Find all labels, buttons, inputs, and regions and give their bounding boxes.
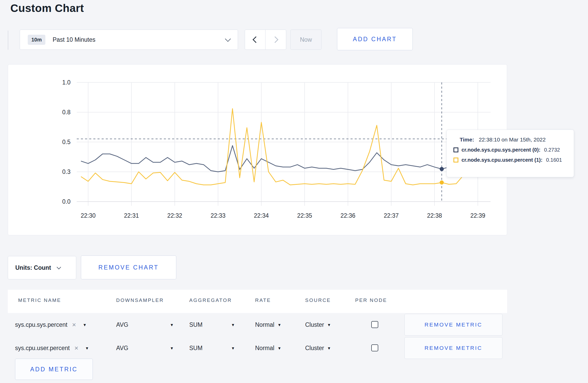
- now-button[interactable]: Now: [290, 30, 321, 50]
- dropdown-caret-icon[interactable]: ▼: [327, 323, 331, 327]
- dropdown-caret-icon[interactable]: ▼: [231, 346, 235, 350]
- rate-dropdown[interactable]: Normal▼: [255, 336, 281, 360]
- metric-table-row: sys.cpu.user.percent×▼AVG▼SUM▼Normal▼Clu…: [8, 336, 507, 360]
- time-range-label: Past 10 Minutes: [53, 36, 95, 43]
- hover-dot-sys: [440, 167, 444, 171]
- dropdown-caret-icon[interactable]: ▼: [170, 323, 174, 327]
- y-axis-tick-label: 1.0: [62, 79, 71, 86]
- per-node-checkbox[interactable]: [371, 321, 378, 328]
- aggregator-value: SUM: [189, 321, 202, 328]
- dropdown-caret-icon[interactable]: ▼: [277, 323, 281, 327]
- metric-table-row: sys.cpu.sys.percent×▼AVG▼SUM▼Normal▼Clus…: [8, 313, 507, 336]
- column-header-per-node: PER NODE: [355, 297, 387, 303]
- x-axis-tick-label: 22:35: [297, 212, 312, 219]
- dropdown-caret-icon[interactable]: ▼: [83, 323, 87, 327]
- tooltip-time-row: Time: 22:38:10 on Mar 15th, 2022: [453, 137, 566, 143]
- column-header-metric-name: METRIC NAME: [18, 297, 61, 303]
- next-range-button[interactable]: [265, 30, 286, 49]
- y-axis-tick-label: 0.5: [62, 139, 71, 145]
- clear-metric-icon[interactable]: ×: [72, 321, 76, 328]
- units-dropdown-label: Units: Count: [15, 264, 51, 271]
- y-axis-tick-label: 0.0: [62, 198, 71, 205]
- metric-name-value: sys.cpu.user.percent: [15, 345, 70, 352]
- time-range-nav: [245, 30, 286, 50]
- source-dropdown[interactable]: Cluster▼: [305, 313, 331, 336]
- column-header-aggregator: AGGREGATOR: [189, 297, 232, 303]
- x-axis-tick-label: 22:33: [211, 212, 226, 219]
- x-axis-tick-label: 22:34: [254, 212, 269, 219]
- aggregator-dropdown[interactable]: SUM▼: [189, 313, 235, 336]
- add-metric-label: ADD METRIC: [30, 366, 78, 373]
- timeseries-chart[interactable]: 0.00.30.50.81.022:3022:3122:3222:3322:34…: [8, 64, 507, 235]
- tooltip-series-row: cr.node.sys.cpu.user.percent (1):0.1601: [453, 157, 566, 163]
- remove-metric-button[interactable]: REMOVE METRIC: [404, 337, 502, 359]
- source-value: Cluster: [305, 321, 324, 328]
- time-range-badge: 10m: [28, 35, 45, 45]
- column-header-rate: RATE: [255, 297, 271, 303]
- metric-name-dropdown[interactable]: sys.cpu.user.percent×▼: [15, 336, 89, 360]
- hover-dot-user: [440, 180, 444, 185]
- dropdown-caret-icon[interactable]: ▼: [327, 346, 331, 350]
- chevron-left-icon: [253, 36, 259, 43]
- downsampler-dropdown[interactable]: AVG▼: [116, 313, 174, 336]
- chart-tooltip: Time: 22:38:10 on Mar 15th, 2022 cr.node…: [446, 130, 574, 177]
- remove-chart-label: REMOVE CHART: [99, 264, 159, 271]
- x-axis-tick-label: 22:37: [384, 212, 399, 219]
- tooltip-series-label: cr.node.sys.cpu.user.percent (1):: [461, 157, 542, 163]
- x-axis-tick-label: 22:36: [340, 212, 355, 219]
- metric-name-value: sys.cpu.sys.percent: [15, 321, 67, 328]
- source-dropdown[interactable]: Cluster▼: [305, 336, 331, 360]
- metric-name-dropdown[interactable]: sys.cpu.sys.percent×▼: [15, 313, 87, 336]
- rate-value: Normal: [255, 321, 274, 328]
- chevron-right-icon: [272, 36, 278, 43]
- tooltip-series-label: cr.node.sys.cpu.sys.percent (0):: [461, 147, 541, 153]
- x-axis-tick-label: 22:38: [427, 212, 442, 219]
- page-title: Custom Chart: [10, 2, 84, 15]
- tooltip-time-label: Time:: [460, 137, 474, 143]
- add-metric-button[interactable]: ADD METRIC: [15, 359, 93, 380]
- rate-value: Normal: [255, 345, 274, 352]
- x-axis-tick-label: 22:30: [81, 212, 96, 219]
- chevron-down-icon: [57, 265, 61, 269]
- downsampler-value: AVG: [116, 345, 128, 352]
- tooltip-series-value: 0.2732: [544, 147, 560, 153]
- x-axis-tick-label: 22:39: [470, 212, 485, 219]
- now-button-label: Now: [300, 36, 312, 43]
- tooltip-time-value: 22:38:10 on Mar 15th, 2022: [479, 137, 546, 143]
- add-chart-button[interactable]: ADD CHART: [337, 28, 413, 50]
- column-header-downsampler: DOWNSAMPLER: [116, 297, 164, 303]
- aggregator-dropdown[interactable]: SUM▼: [189, 336, 235, 360]
- metrics-table-header: METRIC NAMEDOWNSAMPLERAGGREGATORRATESOUR…: [8, 290, 507, 313]
- tooltip-series-value: 0.1601: [546, 157, 562, 163]
- series-line-user: [81, 109, 485, 185]
- toolbar-divider: [8, 31, 8, 50]
- user-series-swatch-icon: [453, 158, 458, 162]
- rate-dropdown[interactable]: Normal▼: [255, 313, 281, 336]
- aggregator-value: SUM: [189, 345, 202, 352]
- dropdown-caret-icon[interactable]: ▼: [85, 346, 89, 350]
- add-chart-label: ADD CHART: [353, 36, 397, 43]
- remove-metric-button[interactable]: REMOVE METRIC: [404, 314, 502, 336]
- tooltip-series-row: cr.node.sys.cpu.sys.percent (0):0.2732: [453, 147, 566, 153]
- column-header-source: SOURCE: [305, 297, 331, 303]
- sys-series-swatch-icon: [453, 147, 458, 152]
- x-axis-tick-label: 22:32: [167, 212, 182, 219]
- units-dropdown[interactable]: Units: Count: [8, 256, 76, 279]
- y-axis-tick-label: 0.8: [62, 109, 71, 116]
- time-range-selector[interactable]: 10m Past 10 Minutes: [20, 30, 238, 50]
- dropdown-caret-icon[interactable]: ▼: [277, 346, 281, 350]
- chevron-down-icon: [225, 36, 231, 42]
- dropdown-caret-icon[interactable]: ▼: [231, 323, 235, 327]
- y-axis-tick-label: 0.3: [62, 168, 71, 175]
- source-value: Cluster: [305, 345, 324, 352]
- series-line-sys: [81, 146, 485, 172]
- dropdown-caret-icon[interactable]: ▼: [170, 346, 174, 350]
- x-axis-tick-label: 22:31: [124, 212, 139, 219]
- downsampler-dropdown[interactable]: AVG▼: [116, 336, 174, 360]
- downsampler-value: AVG: [116, 321, 128, 328]
- remove-chart-button[interactable]: REMOVE CHART: [81, 256, 176, 279]
- clear-metric-icon[interactable]: ×: [74, 345, 78, 351]
- per-node-checkbox[interactable]: [371, 344, 378, 351]
- prev-range-button[interactable]: [245, 30, 265, 49]
